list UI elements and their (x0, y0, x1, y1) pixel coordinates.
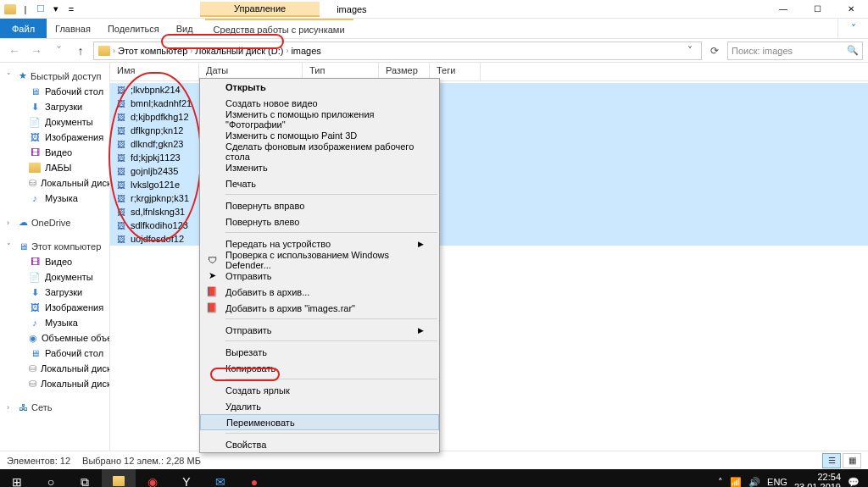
search-button[interactable]: ○ (34, 469, 68, 487)
menu-cut[interactable]: Вырезать (200, 344, 439, 360)
menu-send-to[interactable]: Отправить▶ (200, 322, 439, 338)
file-name: ;lkvbpnk214 (131, 85, 181, 95)
menu-edit[interactable]: Изменить (200, 159, 439, 175)
menu-rotate-right[interactable]: Повернуть вправо (200, 197, 439, 213)
file-name: sdlfkodiho123 (131, 220, 188, 230)
close-button[interactable]: ✕ (834, 0, 868, 19)
crumb-local-disk[interactable]: Локальный диск (D:) (192, 46, 286, 56)
tab-picture-tools[interactable]: Средства работы с рисунками (205, 19, 353, 38)
minimize-button[interactable]: — (766, 0, 800, 19)
menu-delete[interactable]: Удалить (200, 398, 439, 414)
tray-network-icon[interactable]: 📶 (730, 477, 742, 488)
tray-volume-icon[interactable]: 🔊 (748, 477, 760, 488)
file-name: bmnl;kadnhf21 (131, 98, 192, 108)
taskbar-app-1[interactable]: ◉ (136, 469, 170, 487)
menu-defender[interactable]: 🛡Проверка с использованием Windows Defen… (200, 252, 439, 268)
tab-view[interactable]: Вид (168, 19, 202, 38)
nav-this-pc[interactable]: ˅🖥Этот компьютер (0, 239, 109, 254)
taskbar-app-4[interactable]: ● (237, 469, 271, 487)
tray-lang[interactable]: ENG (767, 477, 787, 487)
menu-copy[interactable]: Копировать (200, 360, 439, 376)
nav-desktop[interactable]: 🖥Рабочий стол (0, 84, 109, 99)
menu-send[interactable]: ➤Отправить (200, 268, 439, 284)
menu-properties[interactable]: Свойства (200, 436, 439, 452)
cube-icon: ◉ (29, 332, 37, 344)
crumb-images[interactable]: images (288, 46, 323, 56)
menu-open[interactable]: Открыть (200, 79, 439, 95)
menu-add-archive[interactable]: 📕Добавить в архив... (200, 284, 439, 300)
tab-file[interactable]: Файл (0, 19, 47, 38)
pc-icon: 🖥 (19, 241, 28, 252)
task-view-button[interactable]: ⧉ (68, 469, 102, 487)
props-icon[interactable]: ☐ (34, 3, 47, 16)
menu-add-archive-named[interactable]: 📕Добавить в архив "images.rar" (200, 300, 439, 316)
start-button[interactable]: ⊞ (0, 469, 34, 487)
taskbar-app-2[interactable]: Y (170, 469, 203, 487)
file-name: dlkndf;gkn23 (131, 139, 183, 149)
nav-pictures2[interactable]: 🖼Изображения (0, 300, 109, 315)
folder-icon (29, 162, 41, 174)
view-icons-button[interactable]: ▦ (843, 453, 861, 468)
nav-downloads2[interactable]: ⬇Загрузки (0, 285, 109, 300)
qat-dropdown-icon[interactable]: ▾ (49, 3, 63, 16)
image-file-icon: 🖼 (115, 111, 127, 123)
nav-documents[interactable]: 📄Документы (0, 114, 109, 130)
nav-onedrive[interactable]: ›☁OneDrive (0, 214, 109, 230)
address-bar: ← → ˅ ↑ › Этот компьютер › Локальный дис… (0, 39, 868, 63)
menu-print[interactable]: Печать (200, 175, 439, 191)
nav-music2[interactable]: ♪Музыка (0, 315, 109, 330)
pc-icon (98, 46, 110, 56)
nav-labs[interactable]: ЛАБЫ (0, 160, 109, 175)
menu-rotate-left[interactable]: Повернуть влево (200, 213, 439, 230)
taskbar-explorer[interactable] (102, 469, 136, 487)
menu-shortcut[interactable]: Создать ярлык (200, 382, 439, 398)
nav-local-disk-d2[interactable]: ⛁Локальный диск (D:) (0, 376, 109, 391)
view-details-button[interactable]: ☰ (822, 453, 841, 468)
menu-rename[interactable]: Переименовать (200, 414, 439, 430)
nav-local-disk-c[interactable]: ⛁Локальный диск (C:) (0, 361, 109, 376)
nav-music[interactable]: ♪Музыка (0, 191, 109, 206)
title-bar: | ☐ ▾ = Управление images — ☐ ✕ (0, 0, 868, 19)
taskbar-app-3[interactable]: ✉ (203, 469, 237, 487)
image-file-icon: 🖼 (115, 219, 127, 231)
refresh-button[interactable]: ⟳ (705, 42, 724, 60)
menu-set-background[interactable]: Сделать фоновым изображением рабочего ст… (200, 143, 439, 159)
disk-icon: ⛁ (29, 362, 36, 374)
nav-back-button[interactable]: ← (5, 42, 24, 60)
tray-notifications-icon[interactable]: 💬 (848, 477, 860, 488)
tab-share[interactable]: Поделиться (99, 19, 168, 38)
file-name: d;kjbpdfkhg12 (131, 112, 189, 122)
crumb-this-pc[interactable]: Этот компьютер (115, 46, 190, 56)
nav-video2[interactable]: 🎞Видео (0, 254, 109, 269)
nav-3d[interactable]: ◉Объемные объекты (0, 330, 109, 346)
document-icon: 📄 (29, 116, 41, 128)
qat-overflow[interactable]: = (64, 3, 78, 16)
nav-local-disk-d[interactable]: ⛁Локальный диск (D:) (0, 175, 109, 191)
nav-documents2[interactable]: 📄Документы (0, 269, 109, 285)
status-selection: Выбрано 12 элем.: 2,28 МБ (82, 456, 201, 466)
search-input[interactable]: Поиск: images 🔍 (727, 42, 863, 60)
tab-home[interactable]: Главная (47, 19, 99, 38)
nav-quick-access[interactable]: ˅★Быстрый доступ (0, 68, 109, 84)
ribbon-expand-icon[interactable]: ˅ (837, 19, 868, 38)
menu-sep (225, 340, 437, 341)
nav-video[interactable]: 🎞Видео (0, 145, 109, 160)
nav-up-button[interactable]: ↑ (71, 42, 90, 60)
menu-edit-photos[interactable]: Изменить с помощью приложения "Фотографи… (200, 111, 439, 127)
nav-desktop2[interactable]: 🖥Рабочий стол (0, 346, 109, 361)
nav-downloads[interactable]: ⬇Загрузки (0, 99, 109, 114)
nav-network[interactable]: ›🖧Сеть (0, 400, 109, 415)
system-tray: ˄ 📶 🔊 ENG 22:54 23.01.2019 💬 (709, 472, 868, 487)
addr-dropdown-icon[interactable]: ˅ (681, 42, 699, 60)
maximize-button[interactable]: ☐ (800, 0, 834, 19)
nav-pictures[interactable]: 🖼Изображения (0, 130, 109, 145)
file-name: sd,lfnlskng31 (131, 207, 185, 217)
tray-clock[interactable]: 22:54 23.01.2019 (794, 472, 841, 487)
video-icon: 🎞 (29, 147, 41, 158)
tray-up-icon[interactable]: ˄ (718, 477, 723, 488)
nav-recent-button[interactable]: ˅ (49, 42, 68, 60)
col-name[interactable]: Имя (110, 63, 199, 80)
nav-forward-button: → (27, 42, 46, 60)
breadcrumb[interactable]: › Этот компьютер › Локальный диск (D:) ›… (93, 42, 702, 60)
image-file-icon: 🖼 (115, 233, 127, 245)
